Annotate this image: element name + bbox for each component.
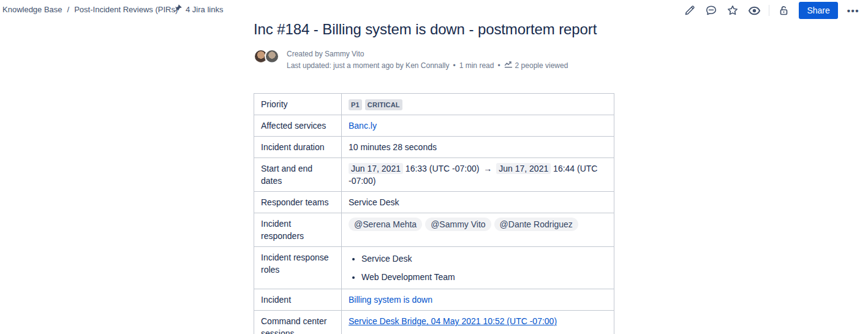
breadcrumb-post-incident-reviews[interactable]: Post-Incident Reviews (PIRs)	[74, 5, 178, 14]
top-bar: Knowledge Base / Post-Incident Reviews (…	[0, 0, 868, 21]
breadcrumb: Knowledge Base / Post-Incident Reviews (…	[2, 5, 178, 14]
breadcrumb-knowledge-base[interactable]: Knowledge Base	[2, 5, 62, 14]
table-row-incident: Incident Billing system is down	[254, 289, 614, 311]
trend-chart-icon	[504, 60, 513, 72]
table-row-start-end-dates: Start and end dates Jun 17, 2021 16:33 (…	[254, 158, 614, 192]
byline-dot: •	[453, 60, 456, 72]
list-item: Web Development Team	[361, 271, 607, 283]
affected-service-link[interactable]: Banc.ly	[349, 121, 377, 131]
priority-badge-p1: P1	[349, 99, 362, 110]
responder-teams-value: Service Desk	[342, 192, 614, 213]
author-avatars[interactable]	[254, 49, 279, 64]
priority-badge-critical: CRITICAL	[365, 99, 402, 110]
table-row-incident-response-roles: Incident response roles Service Desk Web…	[254, 247, 614, 289]
arrow-right-icon: →	[481, 164, 494, 173]
end-date-chip[interactable]: Jun 17, 2021	[496, 163, 551, 174]
row-label: Priority	[254, 94, 342, 115]
row-label: Command center sessions	[254, 311, 342, 334]
row-label: Incident	[254, 289, 342, 311]
byline: Created by Sammy Vito Last updated: just…	[254, 48, 614, 72]
incident-duration-value: 10 minutes 28 seconds	[342, 137, 614, 158]
table-row-incident-duration: Incident duration 10 minutes 28 seconds	[254, 137, 614, 158]
command-center-session-link[interactable]: Service Desk Bridge, 04 May 2021 10:52 (…	[349, 316, 557, 326]
table-row-incident-responders: Incident responders @Serena Mehta@Sammy …	[254, 213, 614, 247]
row-label: Affected services	[254, 115, 342, 137]
row-label: Incident duration	[254, 137, 342, 158]
mention-serena-mehta[interactable]: @Serena Mehta	[349, 218, 422, 231]
incident-details-table: Priority P1CRITICAL Affected services Ba…	[254, 93, 614, 334]
start-date-chip[interactable]: Jun 17, 2021	[349, 163, 403, 174]
jira-links-label: 4 Jira links	[186, 5, 223, 14]
row-label: Start and end dates	[254, 158, 342, 192]
page-title: Inc #184 - Billing system is down - post…	[254, 21, 614, 38]
people-viewed-text: 2 people viewed	[515, 60, 568, 72]
unlocked-padlock-icon[interactable]	[777, 4, 791, 17]
table-row-priority: Priority P1CRITICAL	[254, 94, 614, 115]
people-viewed-link[interactable]: 2 people viewed	[504, 60, 568, 72]
page-content: Inc #184 - Billing system is down - post…	[254, 0, 614, 334]
row-label: Incident response roles	[254, 247, 342, 289]
share-button[interactable]: Share	[799, 2, 837, 19]
start-time-text: 16:33 (UTC -07:00)	[406, 164, 480, 173]
more-actions-ellipsis-icon[interactable]: •••	[846, 6, 861, 16]
row-label: Incident responders	[254, 213, 342, 247]
mention-dante-rodriguez[interactable]: @Dante Rodriguez	[494, 218, 578, 231]
byline-dot: •	[497, 60, 500, 72]
table-row-command-center-sessions: Command center sessions Service Desk Bri…	[254, 311, 614, 334]
read-time-text: 1 min read	[459, 60, 494, 72]
page-actions: Share •••	[683, 2, 861, 18]
comment-bubble-icon[interactable]	[704, 4, 718, 17]
row-label: Responder teams	[254, 192, 342, 213]
star-icon[interactable]	[726, 4, 739, 17]
created-by-text: Created by Sammy Vito	[287, 48, 568, 60]
jira-links-chip[interactable]: 4 Jira links	[173, 4, 223, 15]
actions-divider	[769, 5, 769, 16]
table-row-affected-services: Affected services Banc.ly	[254, 115, 614, 137]
incident-link[interactable]: Billing system is down	[349, 295, 432, 305]
response-roles-list: Service Desk Web Development Team	[361, 252, 607, 283]
list-item: Service Desk	[361, 252, 607, 265]
mention-sammy-vito[interactable]: @Sammy Vito	[425, 218, 491, 231]
avatar-ken-connally[interactable]	[265, 49, 279, 64]
last-updated-text: Last updated: just a moment ago by Ken C…	[287, 60, 450, 72]
breadcrumb-separator: /	[67, 5, 70, 14]
watch-eye-icon[interactable]	[747, 4, 761, 17]
edit-pencil-icon[interactable]	[683, 4, 696, 17]
table-row-responder-teams: Responder teams Service Desk	[254, 192, 614, 213]
pin-icon	[173, 4, 183, 15]
